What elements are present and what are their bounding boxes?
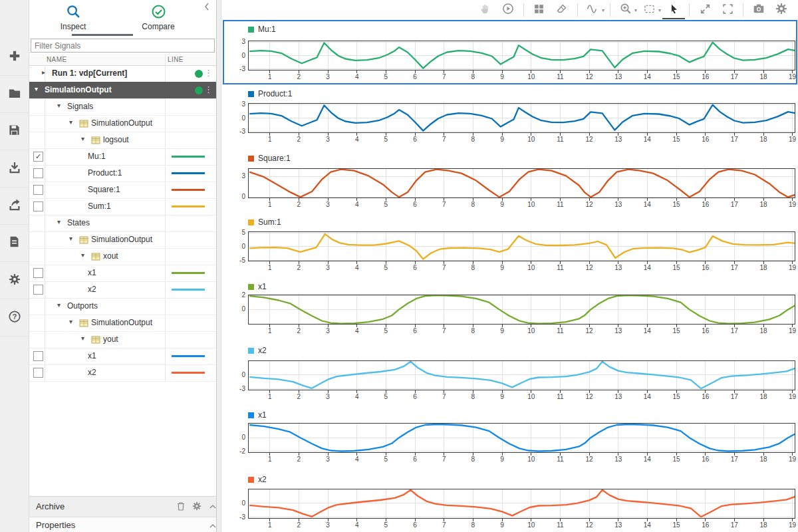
signal-plot[interactable]: [248, 103, 795, 136]
properties-bar[interactable]: Properties: [29, 517, 216, 532]
x-tick-label: 2: [293, 73, 305, 80]
tree-row-simulationoutput[interactable]: ▾SimulationOutput: [29, 231, 216, 249]
y-tick-label: -3: [228, 128, 245, 135]
signal-line-swatch[interactable]: [172, 372, 205, 374]
archive-collapse-icon[interactable]: [209, 501, 217, 513]
signal-line-swatch[interactable]: [172, 189, 205, 191]
tree-row-x1[interactable]: x1: [29, 348, 216, 365]
settings-button[interactable]: [770, 1, 793, 19]
tree-row-mu-1[interactable]: ✓Mu:1: [29, 148, 216, 166]
import-button[interactable]: [0, 150, 29, 188]
report-button[interactable]: [0, 225, 29, 262]
signal-checkbox[interactable]: [33, 368, 43, 378]
panel-collapse-button[interactable]: [203, 2, 211, 14]
save-button[interactable]: [0, 113, 29, 150]
signal-checkbox[interactable]: [33, 268, 43, 278]
plot-strip-x2[interactable]: x2 0-312345678910111213141516171819: [223, 341, 797, 406]
row-menu-icon[interactable]: ⋮: [204, 84, 213, 94]
signal-line-swatch[interactable]: [172, 289, 205, 291]
help-button[interactable]: ?: [0, 299, 29, 336]
trash-icon[interactable]: [176, 501, 186, 514]
plot-strip-square-1[interactable]: Square:1 3012345678910111213141516171819: [223, 149, 797, 213]
snapshot-button[interactable]: [747, 1, 770, 19]
plot-strip-x2[interactable]: x2 0-312345678910111213141516171819: [223, 470, 797, 532]
chevron-down-icon[interactable]: ▾: [81, 334, 84, 342]
tree-row-simulationoutput[interactable]: ▾SimulationOutput: [29, 315, 216, 332]
tree-row-run-1-vdp-current-[interactable]: ▸Run 1: vdp[Current]⋮: [29, 65, 216, 82]
plot-strip-x1[interactable]: x1 2012345678910111213141516171819: [223, 277, 797, 341]
signal-plot[interactable]: [248, 423, 795, 456]
chevron-down-icon[interactable]: ▾: [57, 301, 61, 309]
x-tick-label: 13: [612, 136, 624, 143]
filter-signals-input[interactable]: [31, 39, 215, 53]
tree-row-simulationoutput[interactable]: ▾SimulationOutput: [29, 115, 216, 132]
signal-options-dropdown-caret[interactable]: ▾: [602, 7, 604, 13]
properties-collapse-icon[interactable]: [209, 521, 217, 532]
chevron-down-icon[interactable]: ▾: [57, 102, 61, 109]
layout-button[interactable]: [528, 1, 551, 19]
chevron-right-icon[interactable]: ▸: [42, 68, 45, 76]
tab-compare[interactable]: Compare: [118, 3, 198, 35]
chevron-down-icon[interactable]: ▾: [81, 251, 84, 259]
plot-strip-sum-1[interactable]: Sum:1 50-512345678910111213141516171819: [223, 213, 797, 277]
tree-row-square-1[interactable]: Square:1: [29, 182, 216, 199]
chevron-down-icon[interactable]: ▾: [35, 85, 38, 92]
tree-row-simulationoutput[interactable]: ▾SimulationOutput⋮: [29, 82, 216, 99]
tree-row-outports[interactable]: ▾Outports: [29, 298, 216, 315]
signal-line-swatch[interactable]: [172, 205, 205, 207]
tree-row-xout[interactable]: ▾xout: [29, 248, 216, 265]
signal-plot[interactable]: [248, 231, 795, 264]
expand-button[interactable]: [694, 1, 716, 19]
signal-checkbox[interactable]: [33, 201, 43, 211]
tree-row-product-1[interactable]: Product:1: [29, 165, 216, 182]
signal-checkbox[interactable]: [33, 168, 43, 178]
signal-line-swatch[interactable]: [172, 156, 205, 158]
export-button[interactable]: [0, 188, 29, 225]
plot-strip-product-1[interactable]: Product:1 30-312345678910111213141516171…: [223, 84, 797, 149]
chevron-down-icon[interactable]: ▾: [69, 235, 72, 242]
open-button[interactable]: [0, 76, 29, 113]
fullscreen-button[interactable]: [716, 1, 739, 19]
clear-button[interactable]: [551, 1, 573, 19]
tree-row-x1[interactable]: x1: [29, 265, 216, 282]
zoom-dropdown-caret[interactable]: ▾: [634, 7, 637, 13]
signal-line-swatch[interactable]: [172, 172, 205, 174]
signal-plot[interactable]: [248, 295, 795, 327]
pan-button[interactable]: [474, 1, 497, 19]
signal-checkbox[interactable]: [33, 285, 43, 295]
zoom-button[interactable]: [614, 1, 637, 19]
row-menu-icon[interactable]: ⋮: [204, 68, 213, 78]
signal-line-swatch[interactable]: [172, 355, 205, 357]
signal-plot[interactable]: [248, 360, 795, 393]
tree-row-yout[interactable]: ▾yout: [29, 331, 216, 348]
tree-row-signals[interactable]: ▾Signals: [29, 98, 216, 116]
archive-bar[interactable]: Archive: [29, 496, 216, 517]
tree-row-states[interactable]: ▾States: [29, 215, 216, 232]
chevron-down-icon[interactable]: ▾: [69, 318, 72, 325]
tree-row-sum-1[interactable]: Sum:1: [29, 198, 216, 215]
chevron-down-icon[interactable]: ▾: [57, 218, 61, 225]
preferences-button[interactable]: [0, 262, 29, 299]
signal-line-swatch[interactable]: [172, 272, 205, 274]
signal-plot[interactable]: [248, 168, 795, 201]
tree-row-logsout[interactable]: ▾logsout: [29, 132, 216, 149]
signal-plot[interactable]: [248, 489, 795, 521]
fit-to-view-button[interactable]: [638, 1, 661, 19]
plot-strip-x1[interactable]: x1 0-212345678910111213141516171819: [223, 406, 797, 470]
signal-checkbox[interactable]: [33, 185, 43, 195]
replay-button[interactable]: [497, 1, 519, 19]
plot-strip-mu-1[interactable]: Mu:1 30-312345678910111213141516171819: [223, 20, 797, 84]
archive-gear-icon[interactable]: [192, 501, 201, 513]
signal-checkbox[interactable]: ✓: [33, 152, 43, 162]
chevron-down-icon[interactable]: ▾: [81, 135, 84, 142]
tree-row-x2[interactable]: x2: [29, 364, 216, 382]
signal-checkbox[interactable]: [33, 351, 43, 361]
chevron-down-icon[interactable]: ▾: [69, 118, 72, 126]
tab-inspect[interactable]: Inspect: [33, 3, 113, 35]
cursor-button[interactable]: [662, 2, 685, 19]
add-button[interactable]: [0, 39, 29, 76]
tree-row-x2[interactable]: x2: [29, 281, 216, 299]
fit-to-view-dropdown-caret[interactable]: ▾: [658, 7, 661, 13]
signal-plot[interactable]: [248, 41, 795, 73]
signal-options-button[interactable]: [582, 1, 604, 19]
